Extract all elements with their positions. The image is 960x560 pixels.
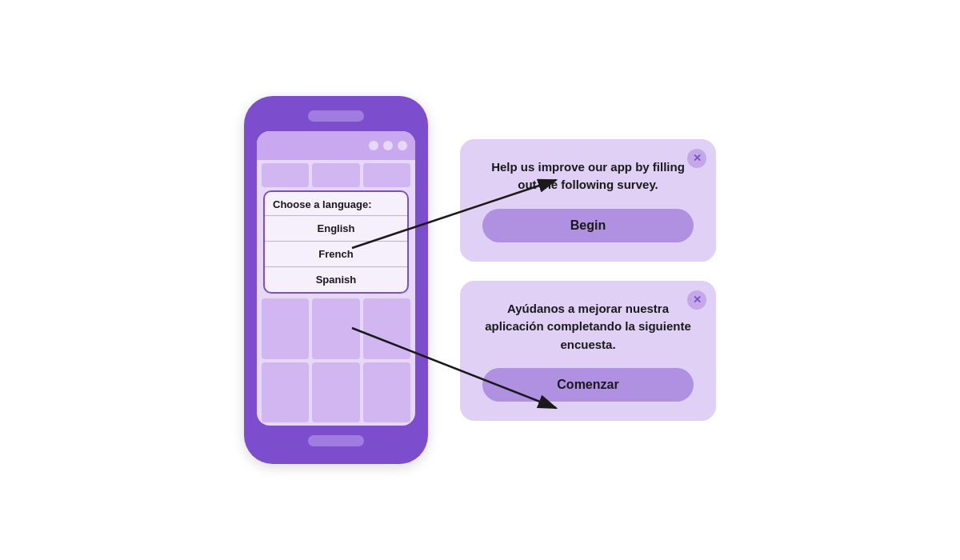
english-survey-dialog: ✕ Help us improve our app by filling out… <box>460 139 716 262</box>
grid-cell <box>363 362 410 423</box>
close-spanish-dialog-button[interactable]: ✕ <box>687 290 706 310</box>
grid-cell <box>262 163 309 187</box>
language-dropdown-header: Choose a language: <box>265 192 407 215</box>
screen-top-grid <box>257 160 415 190</box>
phone-screen: Choose a language: English French Spanis… <box>257 131 415 426</box>
screen-dot-3 <box>398 141 407 150</box>
grid-cell <box>262 362 309 423</box>
grid-cell <box>312 163 359 187</box>
spanish-dialog-text: Ayúdanos a mejorar nuestra aplicación co… <box>482 300 694 354</box>
screen-bottom-grid <box>257 294 415 426</box>
spanish-survey-dialog: ✕ Ayúdanos a mejorar nuestra aplicación … <box>460 281 716 422</box>
close-english-dialog-button[interactable]: ✕ <box>687 149 706 168</box>
dialogs-container: ✕ Help us improve our app by filling out… <box>460 139 716 422</box>
language-dropdown[interactable]: Choose a language: English French Spanis… <box>263 190 409 294</box>
grid-cell <box>312 298 359 359</box>
language-option-spanish[interactable]: Spanish <box>265 266 407 292</box>
screen-dot-1 <box>369 141 378 150</box>
phone-speaker <box>308 110 364 122</box>
screen-header <box>257 131 415 160</box>
scene: Choose a language: English French Spanis… <box>40 16 920 544</box>
english-dialog-text: Help us improve our app by filling out t… <box>482 158 694 194</box>
language-option-french[interactable]: French <box>265 241 407 266</box>
phone-mockup: Choose a language: English French Spanis… <box>244 96 428 464</box>
language-option-english[interactable]: English <box>265 215 407 241</box>
grid-cell <box>312 362 359 423</box>
phone-home-button[interactable] <box>308 435 364 446</box>
grid-cell <box>363 163 410 187</box>
grid-cell <box>363 298 410 359</box>
begin-button[interactable]: Begin <box>482 209 694 242</box>
grid-cell <box>262 298 309 359</box>
screen-dot-2 <box>383 141 393 150</box>
comenzar-button[interactable]: Comenzar <box>482 368 694 402</box>
